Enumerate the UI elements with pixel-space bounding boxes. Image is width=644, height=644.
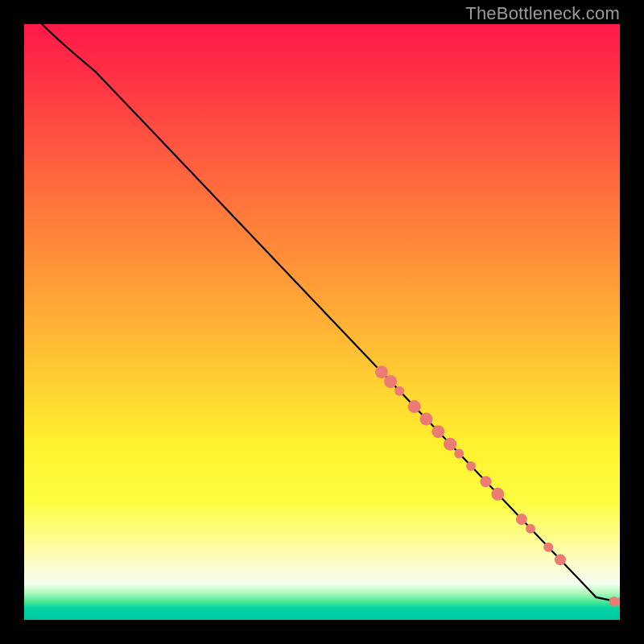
chart-svg-layer (24, 24, 620, 620)
highlighted-point (408, 400, 421, 413)
highlighted-point (555, 554, 566, 565)
highlighted-point (384, 375, 397, 388)
highlighted-point (466, 461, 476, 471)
highlighted-point (491, 488, 504, 501)
highlighted-points-group (375, 365, 620, 607)
highlighted-point (526, 524, 535, 534)
highlighted-point (375, 365, 388, 378)
chart-area (24, 24, 620, 620)
highlighted-point (394, 386, 404, 396)
highlighted-point (454, 449, 464, 459)
highlighted-point (543, 543, 553, 552)
watermark-text: TheBottleneck.com (465, 3, 620, 24)
highlighted-point (431, 425, 444, 438)
highlighted-point (420, 413, 433, 426)
highlighted-point (516, 514, 527, 525)
highlighted-point (481, 476, 492, 487)
bottleneck-curve (42, 24, 620, 602)
highlighted-point (444, 438, 456, 451)
